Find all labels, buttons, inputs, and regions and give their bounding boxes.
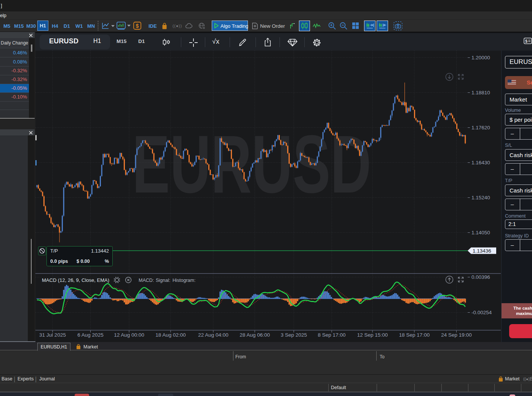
svg-text:1.20000: 1.20000: [471, 55, 490, 60]
svg-text:1.17620: 1.17620: [471, 125, 490, 130]
svg-text:18 Sep 17:00: 18 Sep 17:00: [399, 332, 430, 338]
svg-text:24 Sep 19:00: 24 Sep 19:00: [441, 332, 471, 338]
svg-text:$: $: [525, 39, 527, 43]
svg-text:$: $: [136, 23, 139, 29]
svg-text:22 Aug 04:00: 22 Aug 04:00: [198, 332, 228, 338]
svg-text:MACD:: MACD:: [139, 278, 154, 283]
svg-text:MACD (12, 26, 9, Close, EMA): MACD (12, 26, 9, Close, EMA): [42, 277, 109, 283]
svg-text:Histogram:: Histogram:: [173, 278, 195, 283]
svg-text:3 Sep 2025: 3 Sep 2025: [281, 332, 307, 338]
svg-text:1.18810: 1.18810: [471, 90, 490, 95]
svg-text:8 Sep 17:00: 8 Sep 17:00: [318, 332, 346, 338]
svg-text:1.15240: 1.15240: [471, 195, 490, 200]
svg-text:T/P: T/P: [50, 248, 58, 254]
svg-text:12 Aug 00:00: 12 Aug 00:00: [114, 332, 144, 338]
svg-text:12 Sep 15:00: 12 Sep 15:00: [357, 332, 388, 338]
svg-text:$ 0.00: $ 0.00: [77, 259, 90, 264]
svg-text:31 Jul 2025: 31 Jul 2025: [39, 332, 66, 338]
svg-text:Signal:: Signal:: [156, 278, 170, 283]
svg-text:1.13442: 1.13442: [91, 248, 109, 254]
svg-text:28 Aug 06:00: 28 Aug 06:00: [240, 332, 270, 338]
svg-text:%: %: [105, 259, 109, 264]
svg-text:0.0 pips: 0.0 pips: [50, 259, 68, 264]
svg-text:18 Aug 02:00: 18 Aug 02:00: [155, 332, 186, 338]
svg-text:0.00396: 0.00396: [471, 274, 490, 280]
svg-text:1.16430: 1.16430: [471, 160, 490, 165]
svg-text:1.13436: 1.13436: [473, 248, 491, 254]
svg-text:EURUSD: EURUSD: [132, 118, 371, 210]
svg-text:6 Aug 2025: 6 Aug 2025: [77, 332, 103, 338]
svg-text:-0.00254: -0.00254: [471, 310, 492, 315]
svg-text:1.14050: 1.14050: [471, 230, 490, 235]
